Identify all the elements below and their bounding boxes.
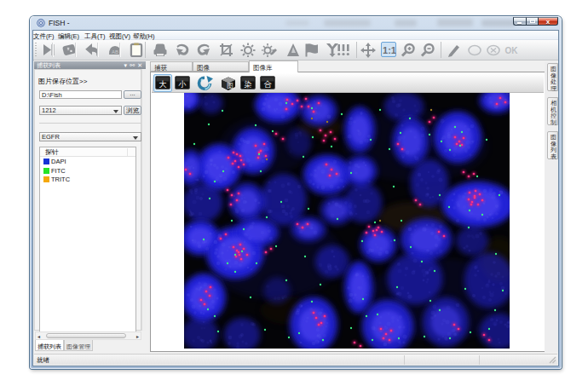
svg-text:OK: OK — [505, 46, 519, 55]
svg-text:合: 合 — [264, 80, 273, 89]
svg-text:图: 图 — [227, 82, 233, 89]
svg-text:大: 大 — [159, 80, 167, 89]
svg-text:小: 小 — [178, 80, 187, 89]
svg-text:AB: AB — [112, 49, 118, 55]
svg-text:1:1: 1:1 — [383, 45, 396, 55]
svg-text:染: 染 — [245, 80, 252, 89]
